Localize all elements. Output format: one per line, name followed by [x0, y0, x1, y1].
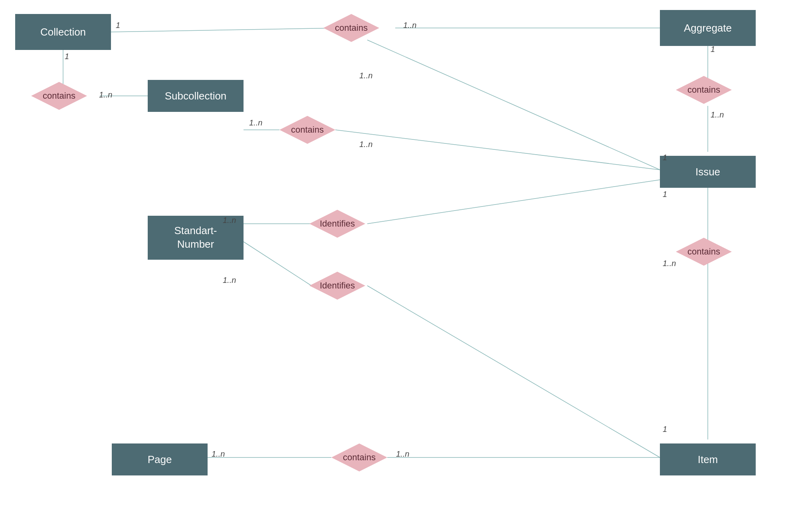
- diamond-contains-sub[interactable]: contains: [275, 114, 339, 146]
- diamond-contains-left[interactable]: contains: [27, 80, 91, 112]
- card-sub-contains: 1..n: [249, 118, 262, 127]
- svg-line-6: [367, 40, 660, 170]
- card-contains-top-issue: 1..n: [359, 71, 372, 80]
- card-issue-up: 1: [663, 153, 667, 162]
- card-agg-down: 1: [711, 45, 715, 54]
- diamond-contains-agg[interactable]: contains: [672, 74, 736, 106]
- entity-page[interactable]: Page: [112, 443, 208, 475]
- card-collection-down: 1: [65, 52, 69, 61]
- entity-subcollection[interactable]: Subcollection: [148, 80, 244, 112]
- svg-line-0: [111, 28, 339, 32]
- entity-collection[interactable]: Collection: [15, 14, 111, 50]
- card-issue-contains-top: 1: [663, 190, 667, 199]
- diamond-contains-top[interactable]: contains: [319, 12, 383, 44]
- diamond-identifies-bot[interactable]: Identifies: [303, 270, 371, 302]
- entity-aggregate[interactable]: Aggregate: [660, 10, 756, 46]
- svg-line-12: [367, 286, 660, 457]
- card-std-identifies1: 1..n: [223, 216, 236, 225]
- card-collection-contains-top: 1: [116, 21, 120, 30]
- card-std-identifies2: 1..n: [223, 276, 236, 285]
- diamond-identifies-top[interactable]: Identifies: [303, 208, 371, 240]
- entity-issue[interactable]: Issue: [660, 156, 756, 188]
- card-contains-page-item: 1..n: [396, 449, 409, 459]
- svg-line-8: [335, 130, 660, 170]
- diagram-container: Collection Aggregate Subcollection Issue…: [0, 0, 812, 513]
- card-item-up: 1: [663, 425, 667, 434]
- card-issue-contains-down: 1..n: [663, 259, 676, 268]
- diamond-contains-issue[interactable]: contains: [672, 236, 736, 268]
- svg-line-11: [244, 242, 311, 286]
- card-contains-top-aggregate: 1..n: [403, 21, 416, 30]
- entity-item[interactable]: Item: [660, 443, 756, 475]
- card-agg-contains-down: 1..n: [711, 110, 724, 119]
- card-page-contains: 1..n: [212, 449, 225, 459]
- card-contains-left-sub: 1..n: [99, 90, 112, 99]
- diamond-contains-page[interactable]: contains: [327, 441, 391, 473]
- card-contains-sub-issue: 1..n: [359, 140, 372, 149]
- svg-line-10: [367, 180, 660, 224]
